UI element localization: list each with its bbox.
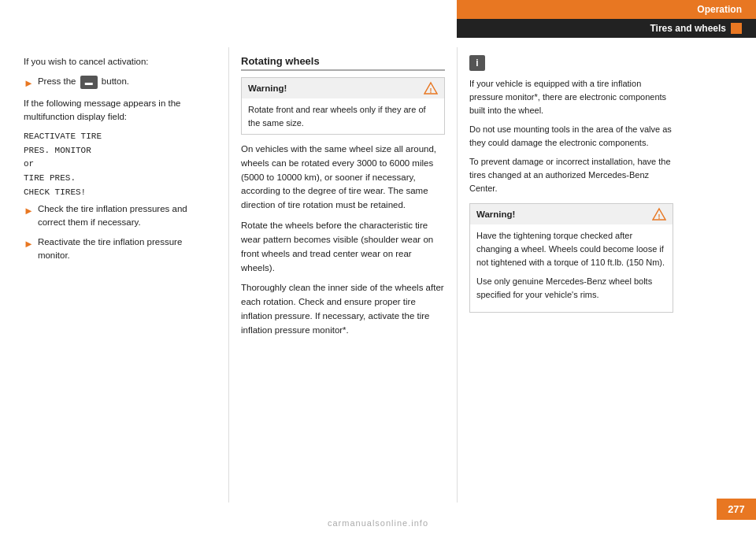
step1-text: Press the ▬ button.: [38, 75, 129, 88]
warning-label-mid: Warning!: [248, 83, 287, 93]
tires-wheels-label: Tires and wheels: [650, 23, 727, 34]
info-icon-box: i: [469, 55, 485, 71]
warning-body-right: Have the tightening torque checked after…: [470, 224, 673, 311]
mid-para1: On vehicles with the same wheel size all…: [241, 143, 445, 213]
mid-para3: Thoroughly clean the inner side of the w…: [241, 281, 445, 337]
right-column: i If your vehicle is equipped with a tir…: [457, 47, 685, 502]
operation-label: Operation: [697, 4, 742, 15]
mono-line-3: TIRE PRES.: [24, 172, 213, 186]
step1-item: ► Press the ▬ button.: [24, 75, 213, 91]
warning-box-mid: Warning! ! Rotate front and rear wheels …: [241, 77, 445, 135]
monospace-block: REACTIVATE TIRE PRES. MONITOR or TIRE PR…: [24, 130, 213, 199]
warning-body-mid: Rotate front and rear wheels only if the…: [242, 98, 444, 134]
arrow-icon-2: ►: [24, 203, 34, 219]
header-bar: Operation Tires and wheels: [457, 0, 756, 38]
warning-header-mid: Warning! !: [242, 78, 444, 98]
arrow-icon-3: ►: [24, 236, 34, 252]
step2-text: If the following message appears in the …: [24, 97, 213, 124]
right-warning-p1: Have the tightening torque checked after…: [476, 229, 666, 269]
operation-tab: Operation: [457, 0, 756, 19]
button-icon: ▬: [80, 76, 98, 89]
mid-para2: Rotate the wheels before the characteris…: [241, 219, 445, 275]
left-intro: If you wish to cancel activation:: [24, 55, 213, 69]
watermark: carmanualsonline.info: [328, 518, 428, 528]
right-para3: To prevent damage or incorrect installat…: [469, 155, 673, 195]
mono-line-1: REACTIVATE TIRE: [24, 130, 213, 144]
warning-box-right: Warning! ! Have the tightening torque ch…: [469, 203, 673, 312]
orange-square-icon: [731, 23, 742, 34]
section-title: Rotating wheels: [241, 55, 445, 71]
mono-or: or: [24, 158, 213, 172]
warning-triangle-icon-mid: !: [424, 81, 438, 95]
warning-header-right: Warning! !: [470, 204, 673, 224]
warning-triangle-icon-right: !: [652, 207, 666, 221]
bullet2-text: Reactivate the tire inflation pressure m…: [38, 235, 213, 263]
tires-wheels-bar: Tires and wheels: [457, 19, 756, 38]
main-content: If you wish to cancel activation: ► Pres…: [0, 47, 756, 502]
bullet1-text: Check the tire inflation pressures and c…: [38, 202, 213, 230]
warning-label-right: Warning!: [476, 210, 515, 219]
svg-text:!: !: [658, 213, 661, 221]
info-icon: i: [476, 57, 478, 69]
mid-column: Rotating wheels Warning! ! Rotate front …: [228, 47, 457, 502]
mono-line-2: PRES. MONITOR: [24, 144, 213, 158]
bullet1-item: ► Check the tire inflation pressures and…: [24, 202, 213, 230]
right-para2: Do not use mounting tools in the area of…: [469, 123, 673, 150]
page-number: 277: [717, 499, 756, 520]
left-column: If you wish to cancel activation: ► Pres…: [0, 47, 228, 502]
right-para1: If your vehicle is equipped with a tire …: [469, 77, 673, 117]
bullet2-item: ► Reactivate the tire inflation pressure…: [24, 235, 213, 263]
arrow-icon-1: ►: [24, 76, 34, 91]
svg-text:!: !: [430, 87, 432, 95]
right-warning-p2: Use only genuine Mercedes-Benz wheel bol…: [476, 275, 666, 302]
mono-line-4: CHECK TIRES!: [24, 186, 213, 200]
